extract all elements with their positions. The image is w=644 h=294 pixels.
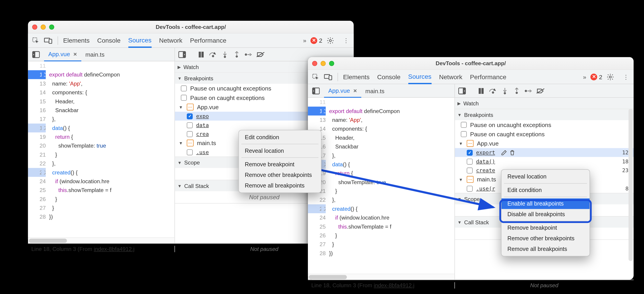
svg-rect-23 — [479, 88, 481, 93]
pause-icon[interactable] — [196, 49, 206, 59]
close-tab-icon[interactable]: × — [353, 87, 357, 94]
tab-sources[interactable]: Sources — [408, 69, 432, 84]
status-paused-indicator: Not paused — [455, 282, 634, 289]
status-bar: Line 18, Column 3 (From index-8bfa4912.j… — [308, 280, 634, 291]
svg-point-28 — [525, 90, 527, 92]
ctx-remove-breakpoint[interactable]: Remove breakpoint — [502, 223, 590, 233]
device-toggle-icon[interactable] — [42, 34, 54, 46]
close-tab-icon[interactable]: × — [74, 50, 77, 57]
breakpoint-item[interactable]: export12 — [455, 148, 634, 157]
tab-sources[interactable]: Sources — [128, 33, 151, 48]
settings-icon[interactable] — [327, 36, 337, 44]
svg-rect-24 — [482, 88, 484, 93]
horizontal-scrollbar[interactable] — [28, 237, 174, 243]
debugger-pane-toggle-icon[interactable] — [456, 84, 468, 97]
watch-section-header[interactable]: ▶Watch — [455, 98, 634, 109]
step-over-icon[interactable] — [208, 49, 218, 59]
file-tab-appvue[interactable]: App.vue × — [44, 48, 81, 61]
file-tab-appvue[interactable]: App.vue × — [324, 84, 361, 97]
svg-point-3 — [329, 39, 331, 41]
tab-console[interactable]: Console — [97, 33, 120, 48]
ctx-remove-all-breakpoints[interactable]: Remove all breakpoints — [502, 244, 590, 254]
main-toolbar: Elements Console Sources Network Perform… — [28, 33, 354, 48]
ctx-remove-breakpoint[interactable]: Remove breakpoint — [239, 159, 321, 170]
pause-caught-checkbox[interactable]: Pause on caught exceptions — [455, 129, 634, 139]
deactivate-breakpoints-icon[interactable] — [256, 49, 266, 59]
tab-performance[interactable]: Performance — [470, 69, 506, 84]
inspect-icon[interactable] — [310, 71, 322, 83]
step-over-icon[interactable] — [488, 86, 498, 96]
horizontal-scrollbar[interactable] — [308, 274, 454, 280]
edit-breakpoint-icon[interactable] — [501, 150, 507, 155]
breakpoints-label: Breakpoints — [184, 75, 213, 81]
file-tab-maints[interactable]: main.ts — [361, 84, 389, 97]
source-map-link[interactable]: index-8bfa4912.j — [374, 282, 414, 289]
vertical-scrollbar[interactable] — [628, 98, 634, 280]
pause-icon[interactable] — [476, 86, 486, 96]
breakpoints-section-header[interactable]: ▼Breakpoints — [455, 109, 634, 120]
svg-point-26 — [504, 92, 506, 94]
step-icon[interactable] — [524, 86, 534, 96]
kebab-menu-icon[interactable]: ⋮ — [621, 73, 631, 80]
debugger-pane-toggle-icon[interactable] — [176, 48, 188, 61]
tab-network[interactable]: Network — [439, 69, 462, 84]
code-content[interactable]: export default defineCompon name: 'App',… — [49, 61, 174, 237]
titlebar: DevTools - coffee-cart.app/ — [28, 21, 354, 33]
ctx-enable-all-breakpoints[interactable]: Enable all breakpoints — [502, 198, 590, 209]
ctx-edit-condition[interactable]: Edit condition — [502, 185, 590, 195]
breakpoint-checkbox[interactable] — [467, 150, 472, 155]
breakpoint-checkbox[interactable] — [187, 122, 193, 128]
file-tab-label: main.ts — [86, 51, 104, 58]
tab-elements[interactable]: Elements — [63, 33, 90, 48]
error-count: 2 — [319, 37, 322, 44]
ctx-edit-condition[interactable]: Edit condition — [239, 132, 321, 143]
delete-breakpoint-icon[interactable] — [510, 150, 515, 155]
breakpoint-group-label: App.vue — [197, 104, 219, 110]
pause-uncaught-checkbox[interactable]: Pause on uncaught exceptions — [455, 120, 634, 129]
breakpoint-code: data — [196, 122, 209, 128]
file-tab-maints[interactable]: main.ts — [81, 48, 109, 61]
navigator-toggle-icon[interactable] — [30, 48, 42, 61]
deactivate-breakpoints-icon[interactable] — [535, 86, 546, 96]
cursor-location: Line 18, Column 3 (From index-8bfa4912.j — [28, 246, 175, 252]
device-toggle-icon[interactable] — [322, 71, 334, 83]
ctx-remove-other-breakpoints[interactable]: Remove other breakpoints — [239, 170, 321, 180]
pause-caught-label: Pause on caught exceptions — [190, 94, 265, 101]
svg-point-12 — [236, 55, 238, 57]
tab-console[interactable]: Console — [377, 69, 400, 84]
settings-icon[interactable] — [606, 73, 617, 80]
more-tabs-icon[interactable]: » — [583, 73, 586, 80]
breakpoint-group-appvue[interactable]: ▼⋯App.vue — [455, 139, 634, 148]
ctx-remove-other-breakpoints[interactable]: Remove other breakpoints — [502, 233, 590, 244]
tab-network[interactable]: Network — [159, 33, 182, 48]
file-tabs: App.vue × main.ts — [44, 48, 109, 61]
ctx-reveal-location[interactable]: Reveal location — [239, 146, 321, 156]
breakpoint-checkbox[interactable] — [187, 113, 193, 119]
error-count: 2 — [599, 73, 602, 80]
tab-performance[interactable]: Performance — [190, 33, 226, 48]
step-into-icon[interactable] — [500, 86, 510, 96]
step-icon[interactable] — [244, 49, 254, 59]
cursor-location: Line 18, Column 3 (From index-8bfa4912.j — [308, 282, 455, 289]
line-gutter[interactable]: 111213141516171819202122232425262728 — [28, 61, 49, 237]
inspect-icon[interactable] — [30, 34, 42, 46]
svg-point-18 — [609, 76, 611, 78]
code-editor: 111213141516171819202122232425262728 exp… — [28, 61, 175, 243]
pause-uncaught-label: Pause on uncaught exceptions — [190, 85, 271, 92]
tab-elements[interactable]: Elements — [343, 69, 370, 84]
titlebar: DevTools - coffee-cart.app/ — [308, 57, 634, 70]
breakpoint-checkbox[interactable] — [187, 131, 193, 137]
step-into-icon[interactable] — [220, 49, 230, 59]
source-map-link[interactable]: index-8bfa4912.j — [94, 246, 134, 252]
ctx-reveal-location[interactable]: Reveal location — [502, 171, 590, 182]
step-out-icon[interactable] — [232, 49, 242, 59]
error-badge[interactable]: ✕ 2 — [590, 73, 602, 80]
error-badge[interactable]: ✕ 2 — [310, 37, 322, 44]
kebab-menu-icon[interactable]: ⋮ — [341, 37, 351, 44]
ctx-remove-all-breakpoints[interactable]: Remove all breakpoints — [239, 180, 321, 191]
ctx-disable-all-breakpoints[interactable]: Disable all breakpoints — [502, 209, 590, 220]
step-out-icon[interactable] — [512, 86, 522, 96]
more-tabs-icon[interactable]: » — [303, 37, 306, 44]
callstack-label: Call Stack — [464, 219, 489, 225]
navigator-toggle-icon[interactable] — [310, 84, 322, 97]
